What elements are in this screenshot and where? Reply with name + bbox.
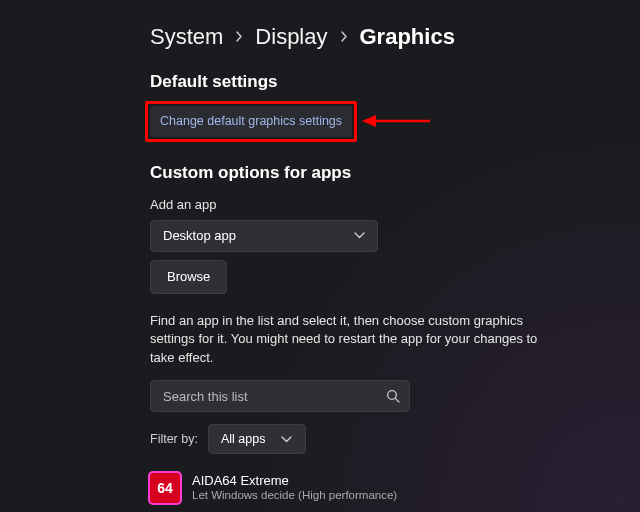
app-title: AIDA64 Extreme: [192, 473, 397, 489]
breadcrumb-current: Graphics: [360, 24, 455, 50]
svg-line-3: [395, 398, 399, 402]
search-input-wrapper: [150, 380, 410, 412]
search-icon: [386, 389, 400, 403]
aida64-icon: 64: [150, 473, 180, 503]
chevron-down-icon: [281, 433, 293, 445]
breadcrumb: System Display Graphics: [150, 24, 580, 50]
chevron-right-icon: [340, 29, 348, 45]
add-an-app-label: Add an app: [150, 197, 580, 212]
app-type-select[interactable]: Desktop app: [150, 220, 378, 252]
filter-row: Filter by: All apps: [150, 424, 580, 454]
app-type-select-value: Desktop app: [163, 228, 236, 243]
app-row-camera[interactable]: Camera Let Windows decide (Power saving): [150, 508, 580, 512]
breadcrumb-system[interactable]: System: [150, 24, 223, 50]
search-input[interactable]: [150, 380, 410, 412]
filter-select-value: All apps: [221, 432, 265, 446]
app-row-aida64[interactable]: 64 AIDA64 Extreme Let Windows decide (Hi…: [150, 468, 580, 508]
filter-by-label: Filter by:: [150, 432, 198, 446]
annotation-arrow-icon: [362, 113, 432, 129]
breadcrumb-display[interactable]: Display: [255, 24, 327, 50]
section-heading-custom-options: Custom options for apps: [150, 163, 580, 183]
chevron-right-icon: [235, 29, 243, 45]
app-list: 64 AIDA64 Extreme Let Windows decide (Hi…: [150, 468, 580, 512]
svg-marker-1: [362, 115, 376, 127]
custom-options-hint: Find an app in the list and select it, t…: [150, 312, 550, 369]
browse-button-label: Browse: [167, 269, 210, 284]
chevron-down-icon: [353, 230, 365, 242]
app-subtitle: Let Windows decide (High performance): [192, 489, 397, 503]
change-default-graphics-settings-link[interactable]: Change default graphics settings: [150, 106, 352, 137]
section-heading-default-settings: Default settings: [150, 72, 580, 92]
filter-select[interactable]: All apps: [208, 424, 306, 454]
browse-button[interactable]: Browse: [150, 260, 227, 294]
